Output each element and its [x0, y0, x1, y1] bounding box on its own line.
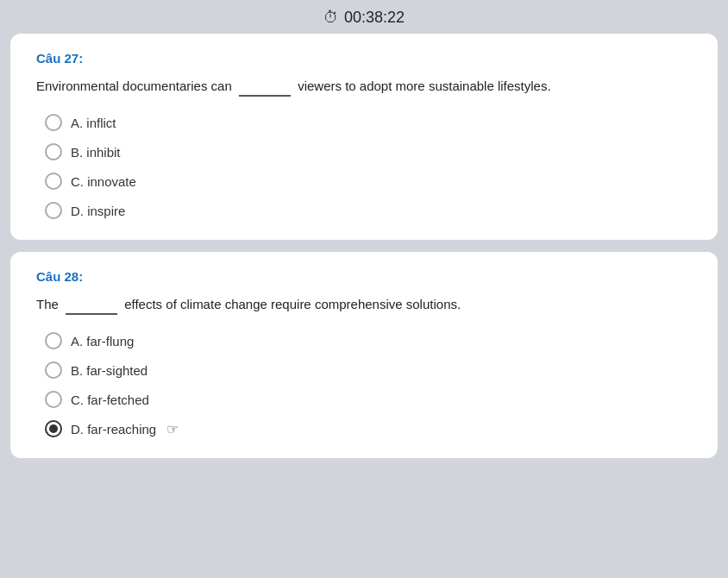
question-27-options: A. inflict B. inhibit C. innovate D. ins…	[36, 114, 692, 219]
q28-option-b[interactable]: B. far-sighted	[45, 361, 692, 379]
timer-value: 00:38:22	[344, 9, 405, 27]
q28-blank	[66, 313, 117, 315]
q27-option-d-label: D. inspire	[71, 204, 125, 218]
q28-option-c[interactable]: C. far-fetched	[45, 391, 692, 408]
question-27-text: Environmental documentaries can viewers …	[36, 76, 692, 97]
timer-icon: ⏱	[323, 9, 339, 27]
question-28-text: The effects of climate change require co…	[36, 294, 692, 315]
question-28-label: Câu 28:	[36, 269, 692, 284]
q28-option-a[interactable]: A. far-flung	[45, 332, 692, 349]
q27-radio-c[interactable]	[45, 173, 62, 190]
timer-display: ⏱ 00:38:22	[323, 9, 405, 27]
q27-blank	[239, 95, 291, 97]
q27-option-d[interactable]: D. inspire	[45, 202, 692, 219]
question-28-card: Câu 28: The effects of climate change re…	[10, 252, 718, 458]
q27-option-c[interactable]: C. innovate	[45, 173, 692, 190]
q27-option-a-label: A. inflict	[71, 116, 116, 130]
question-28-options: A. far-flung B. far-sighted C. far-fetch…	[36, 332, 692, 437]
question-27-card: Câu 27: Environmental documentaries can …	[10, 34, 718, 240]
q27-option-a[interactable]: A. inflict	[45, 114, 692, 131]
cursor-icon: ☞	[166, 421, 179, 437]
q28-option-b-label: B. far-sighted	[71, 363, 147, 378]
q27-option-b[interactable]: B. inhibit	[45, 143, 692, 160]
q27-option-c-label: C. innovate	[71, 174, 136, 189]
q28-text-after: effects of climate change require compre…	[124, 297, 461, 311]
q27-radio-a[interactable]	[45, 114, 62, 131]
question-27-label: Câu 27:	[36, 51, 692, 66]
q27-text-after: viewers to adopt more sustainable lifest…	[298, 79, 550, 93]
q28-option-d[interactable]: D. far-reaching ☞	[45, 420, 692, 437]
q27-text-before: Environmental documentaries can	[36, 79, 232, 93]
q27-radio-b[interactable]	[45, 143, 62, 160]
q28-option-a-label: A. far-flung	[71, 334, 134, 349]
q28-radio-a[interactable]	[45, 332, 62, 349]
q28-option-c-label: C. far-fetched	[71, 393, 149, 407]
q28-option-d-label: D. far-reaching	[71, 422, 156, 437]
q28-text-before: The	[36, 297, 59, 311]
q28-radio-b[interactable]	[45, 361, 62, 379]
q28-radio-d[interactable]	[45, 420, 62, 437]
q27-radio-d[interactable]	[45, 202, 62, 219]
q27-option-b-label: B. inhibit	[71, 145, 121, 160]
timer-bar: ⏱ 00:38:22	[0, 0, 728, 34]
q28-radio-c[interactable]	[45, 391, 62, 408]
